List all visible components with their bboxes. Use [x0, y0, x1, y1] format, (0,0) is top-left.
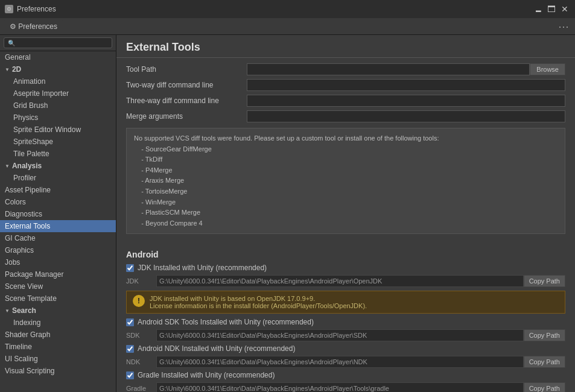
gradle-checkbox[interactable] — [126, 371, 134, 379]
title-bar: ⚙ Preferences 🗕 🗖 ✕ — [0, 0, 575, 18]
sidebar-item-label: Shader Graph — [5, 330, 50, 339]
triangle-icon: ▼ — [5, 308, 10, 314]
sidebar-item-visual-scripting[interactable]: Visual Scripting — [0, 365, 116, 377]
sidebar-item-ui-scaling[interactable]: UI Scaling — [0, 353, 116, 365]
jdk-checkbox-label: JDK Installed with Unity (recommended) — [138, 264, 267, 272]
merge-arguments-row: Merge arguments — [126, 109, 565, 124]
sdk-path-row: SDK Copy Path — [126, 328, 565, 343]
gradle-path-row: Gradle Copy Path — [126, 381, 565, 392]
sidebar-item-tile-palette[interactable]: Tile Palette — [0, 148, 116, 160]
merge-arguments-input[interactable] — [247, 110, 565, 122]
menu-bar-left: ⚙ Preferences — [4, 20, 63, 33]
sidebar-item-scene-template[interactable]: Scene Template — [0, 292, 116, 305]
gradle-checkbox-row: Gradle Installed with Unity (recommended… — [126, 369, 565, 381]
sdk-checkbox-label: Android SDK Tools Installed with Unity (… — [138, 318, 314, 326]
window-title: Preferences — [17, 5, 56, 13]
sidebar-group-label: Search — [12, 306, 36, 315]
preferences-tab[interactable]: ⚙ Preferences — [4, 20, 63, 33]
sidebar-item-2d[interactable]: ▼ 2D — [0, 63, 116, 75]
sidebar-group-label: 2D — [12, 65, 21, 74]
three-way-diff-label: Three-way diff command line — [126, 96, 247, 105]
info-line1: No supported VCS diff tools were found. … — [134, 134, 439, 142]
two-way-diff-input[interactable] — [247, 79, 565, 91]
sidebar-item-label: UI Scaling — [5, 355, 38, 363]
sidebar-item-package-manager[interactable]: Package Manager — [0, 268, 116, 280]
sidebar-item-spriteshape[interactable]: SpriteShape — [0, 136, 116, 148]
sdk-label: SDK — [126, 332, 156, 339]
gradle-copy-button[interactable]: Copy Path — [524, 382, 565, 392]
sidebar-item-label: Diagnostics — [5, 210, 42, 218]
tool-path-row: Tool Path Browse — [126, 62, 565, 77]
ndk-label: NDK — [126, 358, 156, 365]
jdk-label: JDK — [126, 277, 156, 285]
tool-path-browse-button[interactable]: Browse — [530, 63, 565, 75]
sidebar-item-grid-brush[interactable]: Grid Brush — [0, 100, 116, 112]
info-tool-6: - WinMerge — [134, 198, 176, 206]
sidebar-item-diagnostics[interactable]: Diagnostics — [0, 208, 116, 220]
content-area: External Tools Tool Path Browse Two-way … — [116, 35, 575, 392]
sidebar-item-animation[interactable]: Animation — [0, 75, 116, 87]
sidebar-item-profiler[interactable]: Profiler — [0, 172, 116, 184]
sdk-checkbox[interactable] — [126, 318, 134, 326]
jdk-copy-button[interactable]: Copy Path — [524, 275, 565, 287]
sidebar-item-label: Timeline — [5, 343, 32, 351]
sdk-path-input[interactable] — [156, 329, 524, 341]
sidebar-item-label: Colors — [5, 198, 26, 206]
ndk-path-input[interactable] — [156, 356, 524, 368]
sidebar-item-colors[interactable]: Colors — [0, 196, 116, 208]
sidebar-item-timeline[interactable]: Timeline — [0, 341, 116, 353]
sidebar-search-input[interactable] — [17, 39, 108, 46]
title-bar-left: ⚙ Preferences — [5, 5, 56, 13]
sidebar-item-aseprite-importer[interactable]: Aseprite Importer — [0, 87, 116, 100]
sidebar-item-sprite-editor-window[interactable]: Sprite Editor Window — [0, 124, 116, 136]
sidebar-item-search[interactable]: ▼ Search — [0, 305, 116, 317]
merge-arguments-label: Merge arguments — [126, 112, 247, 121]
ndk-checkbox-label: Android NDK Installed with Unity (recomm… — [138, 344, 295, 353]
gradle-label: Gradle — [126, 385, 156, 392]
vcs-info-box: No supported VCS diff tools were found. … — [126, 128, 565, 234]
tool-path-input[interactable] — [247, 63, 530, 75]
ndk-copy-button[interactable]: Copy Path — [524, 356, 565, 368]
sidebar-item-external-tools[interactable]: External Tools — [0, 220, 116, 232]
two-way-diff-row: Two-way diff command line — [126, 77, 565, 93]
tool-path-label: Tool Path — [126, 65, 247, 74]
warning-text: JDK installed with Unity is based on Ope… — [150, 295, 367, 309]
sidebar-item-physics[interactable]: Physics — [0, 112, 116, 124]
sidebar-item-asset-pipeline[interactable]: Asset Pipeline — [0, 184, 116, 196]
sidebar-list: General▼ 2DAnimationAseprite ImporterGri… — [0, 51, 116, 377]
gradle-path-input[interactable] — [156, 382, 524, 392]
menu-more-button[interactable]: ⋯ — [556, 19, 571, 34]
three-way-diff-input[interactable] — [247, 95, 565, 107]
jdk-path-row: JDK Copy Path — [126, 274, 565, 288]
jdk-path-input[interactable] — [156, 275, 524, 287]
preferences-tab-icon: ⚙ — [10, 22, 18, 31]
sidebar-item-label: Graphics — [5, 246, 34, 254]
sidebar-item-label: Aseprite Importer — [13, 89, 69, 98]
info-tool-8: - Beyond Compare 4 — [134, 220, 203, 227]
sidebar-item-label: Visual Scripting — [5, 367, 55, 375]
sidebar-item-indexing[interactable]: Indexing — [0, 317, 116, 329]
sidebar-item-general[interactable]: General — [0, 51, 116, 63]
info-tool-7: - PlasticSCM Merge — [134, 209, 200, 216]
jdk-checkbox[interactable] — [126, 264, 134, 272]
title-bar-controls: 🗕 🗖 ✕ — [533, 4, 570, 14]
sidebar-item-scene-view[interactable]: Scene View — [0, 280, 116, 292]
minimize-button[interactable]: 🗕 — [533, 4, 544, 14]
sidebar-item-label: Package Manager — [5, 270, 63, 279]
sdk-copy-button[interactable]: Copy Path — [524, 329, 565, 341]
sidebar-item-analysis[interactable]: ▼ Analysis — [0, 160, 116, 172]
ndk-checkbox[interactable] — [126, 345, 134, 353]
sidebar-item-label: Animation — [13, 77, 45, 86]
sidebar-item-label: Tile Palette — [13, 150, 49, 158]
sidebar-item-shader-graph[interactable]: Shader Graph — [0, 329, 116, 341]
android-section: Android JDK Installed with Unity (recomm… — [116, 241, 575, 392]
sidebar-item-label: Grid Brush — [13, 101, 48, 110]
close-button[interactable]: ✕ — [559, 4, 570, 14]
sidebar-item-gi-cache[interactable]: GI Cache — [0, 232, 116, 244]
two-way-diff-label: Two-way diff command line — [126, 81, 247, 89]
sidebar-item-jobs[interactable]: Jobs — [0, 256, 116, 268]
sidebar-item-label: Sprite Editor Window — [13, 125, 81, 134]
info-tool-1: - SourceGear DiffMerge — [134, 145, 212, 153]
maximize-button[interactable]: 🗖 — [546, 4, 557, 14]
sidebar-item-graphics[interactable]: Graphics — [0, 244, 116, 256]
